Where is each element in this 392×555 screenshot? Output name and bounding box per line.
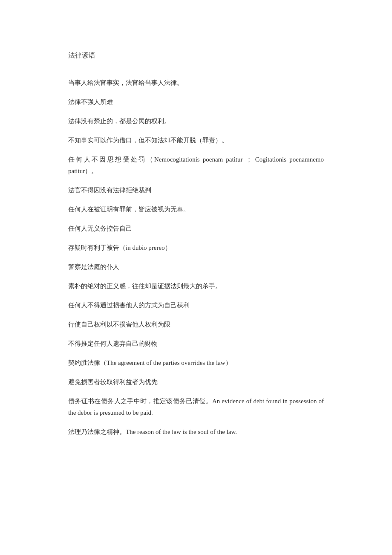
list-item: 任何人不得通过损害他人的方式为自己获利 xyxy=(68,300,324,311)
list-item: 法律没有禁止的，都是公民的权利。 xyxy=(68,116,324,127)
content-list: 当事人给法官事实，法官给当事人法律。法律不强人所难法律没有禁止的，都是公民的权利… xyxy=(68,77,324,438)
list-item: 警察是法庭的仆人 xyxy=(68,261,324,273)
list-item: 法官不得因没有法律拒绝裁判 xyxy=(68,185,324,196)
page-title: 法律谚语 xyxy=(68,51,324,60)
list-item: 行使自己权利以不损害他人权利为限 xyxy=(68,319,324,330)
list-item: 法律不强人所难 xyxy=(68,96,324,108)
list-item: 避免损害者较取得利益者为优先 xyxy=(68,376,324,388)
list-item: 存疑时有利于被告（in dubio prereo） xyxy=(68,242,324,254)
list-item: 任何人无义务控告自己 xyxy=(68,223,324,234)
list-item: 不得推定任何人遗弃自己的财物 xyxy=(68,338,324,350)
list-item: 当事人给法官事实，法官给当事人法律。 xyxy=(68,77,324,89)
list-item: 不知事实可以作为借口，但不知法却不能开脱（罪责）。 xyxy=(68,135,324,146)
list-item: 素朴的绝对的正义感，往往却是证据法则最大的杀手。 xyxy=(68,280,324,292)
list-item: 任何人在被证明有罪前，皆应被视为无辜。 xyxy=(68,204,324,215)
list-item: 契约胜法律（The agreement of the parties overr… xyxy=(68,357,324,369)
list-item: 债务证书在债务人之手中时，推定该债务已清偿。An evidence of deb… xyxy=(68,396,324,419)
list-item: 法理乃法律之精神。The reason of the law is the so… xyxy=(68,426,324,438)
list-item: 任何人不因思想受处罚（Nemocogitationis poenam patit… xyxy=(68,154,324,177)
